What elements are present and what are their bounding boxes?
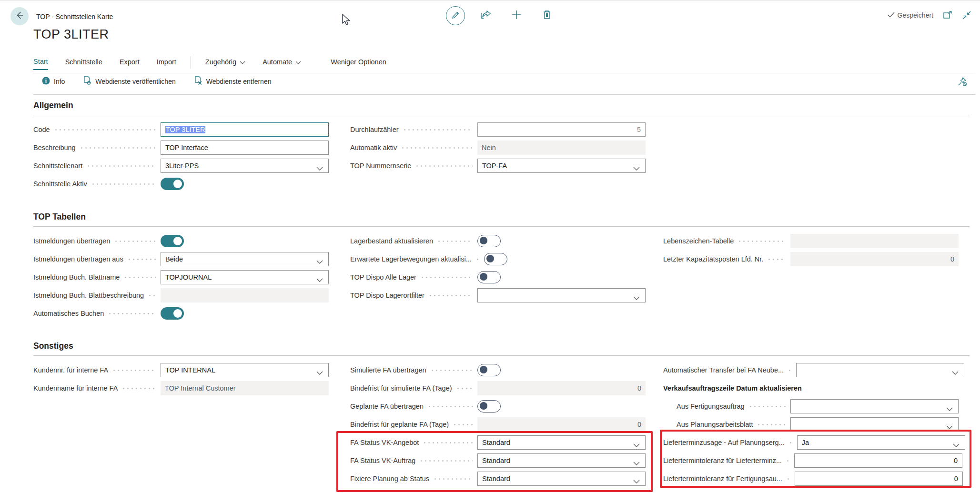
dotted-leader bbox=[148, 288, 156, 302]
top-dispo-lagerortfilter-select[interactable] bbox=[477, 288, 646, 302]
schnittstelle-aktiv-toggle[interactable] bbox=[161, 178, 184, 190]
select-value: TOPJOURNAL bbox=[165, 273, 212, 281]
tab-label: Automate bbox=[263, 58, 292, 66]
tab-start[interactable]: Start bbox=[33, 58, 48, 70]
fixiere-planung-select[interactable]: Standard bbox=[477, 472, 646, 486]
chevron-down-icon bbox=[633, 441, 640, 449]
breadcrumb[interactable]: TOP - Schnittstellen Karte bbox=[36, 13, 113, 20]
istmeldungen-uebertragen-aus-select[interactable]: Beide bbox=[161, 252, 329, 266]
remove-webservices-button[interactable]: Webdienste entfernen bbox=[194, 76, 272, 87]
dotted-leader bbox=[401, 141, 473, 155]
field-label: Aus Fertigungsauftrag bbox=[663, 402, 745, 410]
toggle-knob bbox=[173, 237, 182, 245]
tab-import[interactable]: Import bbox=[157, 58, 176, 70]
istmeldung-blattname-select[interactable]: TOPJOURNAL bbox=[161, 270, 329, 284]
beschreibung-input[interactable]: TOP Interface bbox=[161, 141, 329, 155]
dotted-leader bbox=[430, 363, 473, 377]
dotted-leader bbox=[403, 122, 473, 137]
dotted-leader bbox=[437, 234, 473, 248]
field-cell bbox=[477, 234, 646, 248]
chevron-down-icon bbox=[316, 258, 323, 265]
top-nummernserie-select[interactable]: TOP-FA bbox=[477, 159, 646, 173]
chevron-down-icon bbox=[946, 405, 953, 413]
fa-status-vk-angebot-select[interactable]: Standard bbox=[477, 435, 646, 450]
fewer-options-button[interactable]: Weniger Optionen bbox=[331, 58, 386, 70]
fa-status-vk-auftrag-select[interactable]: Standard bbox=[477, 453, 646, 468]
field-cell bbox=[477, 270, 646, 284]
top-tabellen-col-1: Istmeldungen übertragen Istmeldungen übe… bbox=[33, 234, 329, 324]
field-row: TOP Dispo Alle Lager bbox=[350, 270, 646, 284]
chevron-down-icon bbox=[633, 477, 640, 485]
delete-button[interactable] bbox=[537, 6, 556, 25]
lieferterminzusage-select[interactable]: Ja bbox=[797, 435, 965, 450]
section-title-top-tabellen[interactable]: TOP Tabellen bbox=[33, 212, 86, 222]
field-label: Istmeldung Buch. Blattbeschreibung bbox=[33, 292, 144, 299]
ribbon-item-label: Info bbox=[54, 78, 65, 85]
field-row: Schnittstelle Aktiv bbox=[33, 177, 329, 191]
bindefrist-simulierte-field: 0 bbox=[477, 381, 646, 395]
section-title-sonstiges[interactable]: Sonstiges bbox=[33, 341, 73, 351]
dotted-leader bbox=[786, 453, 789, 468]
aus-planungsarbeitsblatt-select[interactable] bbox=[790, 417, 959, 432]
field-label: Kundennr. für interne FA bbox=[33, 366, 108, 374]
geplante-fa-toggle[interactable] bbox=[477, 400, 501, 413]
dotted-leader bbox=[80, 141, 156, 155]
chevron-down-icon bbox=[633, 459, 640, 467]
toleranz-lieferterminzusage-input[interactable]: 0 bbox=[794, 453, 962, 468]
toggle-knob bbox=[173, 180, 182, 188]
tab-automate[interactable]: Automate bbox=[263, 58, 301, 70]
field-label: Liefertermintoleranz für Lieferterminz..… bbox=[663, 457, 782, 464]
dotted-leader bbox=[433, 472, 473, 486]
dotted-leader bbox=[123, 270, 156, 284]
select-value: Standard bbox=[482, 475, 510, 483]
schnittstellenart-select[interactable]: 3Liter-PPS bbox=[161, 159, 329, 173]
section-divider bbox=[33, 115, 970, 115]
back-button[interactable] bbox=[10, 7, 29, 25]
dotted-leader bbox=[427, 399, 473, 413]
unpin-icon[interactable] bbox=[957, 77, 968, 89]
dotted-leader bbox=[121, 381, 156, 395]
kundennr-select[interactable]: TOP INTERNAL bbox=[161, 363, 329, 377]
field-label: FA Status VK-Auftrag bbox=[350, 457, 415, 464]
aus-fertigungsauftrag-select[interactable] bbox=[790, 399, 959, 413]
lagerbestand-aktualisieren-toggle[interactable] bbox=[477, 235, 501, 247]
field-row: Istmeldungen übertragen bbox=[33, 234, 329, 248]
code-input[interactable]: TOP 3LITER bbox=[161, 122, 329, 137]
select-value: Beide bbox=[165, 255, 183, 263]
simulierte-fa-toggle[interactable] bbox=[477, 364, 501, 376]
dotted-leader bbox=[112, 363, 156, 377]
toleranz-fertigungsauftrag-input[interactable]: 0 bbox=[795, 472, 963, 486]
automatisches-buchen-toggle[interactable] bbox=[161, 307, 184, 320]
field-row: Bindefrist für simulierte FA (Tage) 0 bbox=[350, 381, 646, 395]
edit-button[interactable] bbox=[446, 6, 465, 25]
field-label: Istmeldungen übertragen aus bbox=[33, 255, 123, 263]
tab-label: Zugehörig bbox=[205, 58, 236, 66]
document-x-icon bbox=[194, 76, 202, 87]
chevron-down-icon bbox=[316, 164, 323, 172]
istmeldungen-uebertragen-toggle[interactable] bbox=[161, 235, 184, 247]
select-value: TOP-FA bbox=[482, 162, 507, 170]
tab-schnittstelle[interactable]: Schnittstelle bbox=[65, 58, 102, 70]
field-label: Schnittstelle Aktiv bbox=[33, 180, 87, 188]
sonstiges-col-2: Simulierte FA übertragen Bindefrist für … bbox=[350, 363, 646, 490]
divider bbox=[33, 73, 975, 73]
popout-window-button[interactable] bbox=[943, 11, 952, 20]
tab-export[interactable]: Export bbox=[120, 58, 140, 70]
auto-transfer-select[interactable] bbox=[796, 363, 964, 377]
dotted-leader bbox=[788, 363, 791, 377]
collapse-window-button[interactable] bbox=[962, 11, 971, 20]
tab-zugehoerig[interactable]: Zugehörig bbox=[205, 58, 245, 70]
share-button[interactable] bbox=[476, 6, 495, 25]
dotted-leader bbox=[114, 234, 156, 248]
new-button[interactable] bbox=[507, 6, 526, 25]
section-title-allgemein[interactable]: Allgemein bbox=[33, 101, 73, 111]
check-icon bbox=[888, 11, 895, 19]
top-dispo-alle-lager-toggle[interactable] bbox=[477, 271, 501, 283]
publish-webservices-button[interactable]: Webdienste veröffentlichen bbox=[83, 76, 175, 87]
toggle-knob bbox=[480, 273, 487, 281]
erwartete-lagerbewegungen-toggle[interactable] bbox=[484, 253, 507, 265]
info-button[interactable]: Info bbox=[42, 77, 65, 86]
select-value: Standard bbox=[482, 457, 510, 464]
document-gear-icon bbox=[83, 76, 91, 87]
divider bbox=[33, 94, 975, 95]
